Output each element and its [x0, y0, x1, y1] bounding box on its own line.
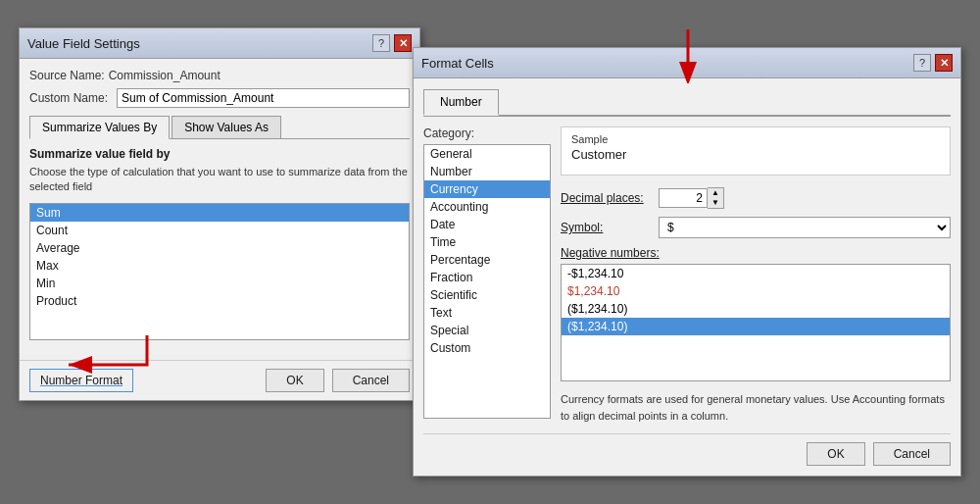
- sample-box: Sample Customer: [561, 126, 951, 176]
- sample-value: Customer: [571, 147, 940, 162]
- fc-description: Currency formats are used for general mo…: [561, 391, 951, 424]
- sample-label: Sample: [571, 133, 940, 145]
- list-item[interactable]: Max: [30, 257, 409, 275]
- value-field-settings-dialog: Value Field Settings ? ✕ Source Name: Co…: [19, 27, 420, 401]
- decimal-places-input[interactable]: [659, 188, 708, 208]
- category-date[interactable]: Date: [424, 216, 550, 233]
- settings-column: Sample Customer Decimal places: ▲ ▼ Symb…: [561, 126, 951, 424]
- source-name-row: Source Name: Commission_Amount: [29, 69, 410, 82]
- vfs-content: Source Name: Commission_Amount Custom Na…: [20, 59, 419, 350]
- tab-show-values-as[interactable]: Show Values As: [172, 116, 281, 138]
- category-scientific[interactable]: Scientific: [424, 286, 550, 304]
- fc-titlebar-controls: ? ✕: [913, 54, 953, 72]
- decimal-spin-down[interactable]: ▼: [708, 198, 723, 208]
- section-title: Summarize value field by: [29, 147, 410, 161]
- fc-title: Format Cells: [421, 56, 494, 71]
- negative-numbers-label: Negative numbers:: [561, 246, 951, 260]
- decimal-spin-up[interactable]: ▲: [708, 188, 723, 198]
- vfs-cancel-button[interactable]: Cancel: [332, 369, 410, 392]
- custom-name-row: Custom Name:: [29, 88, 410, 108]
- summarize-listbox[interactable]: Sum Count Average Max Min Product: [29, 203, 410, 340]
- fc-help-button[interactable]: ?: [913, 54, 931, 72]
- list-item[interactable]: Min: [30, 275, 409, 292]
- category-number[interactable]: Number: [424, 163, 550, 180]
- neg-item-2[interactable]: $1,234.10: [562, 282, 950, 300]
- fc-footer: OK Cancel: [423, 433, 951, 466]
- symbol-select[interactable]: $: [659, 217, 951, 238]
- neg-item-4[interactable]: ($1,234.10): [562, 318, 950, 335]
- fc-ok-button[interactable]: OK: [807, 442, 864, 466]
- tab-number[interactable]: Number: [423, 89, 499, 116]
- fc-main: Category: General Number Currency Accoun…: [423, 126, 951, 424]
- fc-close-button[interactable]: ✕: [935, 54, 953, 72]
- category-currency[interactable]: Currency: [424, 180, 550, 198]
- symbol-label: Symbol:: [561, 221, 659, 234]
- decimal-places-row: Decimal places: ▲ ▼: [561, 187, 951, 209]
- vfs-ok-button[interactable]: OK: [266, 369, 323, 392]
- vfs-action-buttons: OK Cancel: [266, 369, 410, 392]
- list-item[interactable]: Average: [30, 239, 409, 257]
- fc-content: Number Category: General Number Currency…: [414, 78, 960, 476]
- vfs-titlebar-controls: ? ✕: [372, 34, 412, 52]
- decimal-places-label: Decimal places:: [561, 191, 659, 205]
- category-special[interactable]: Special: [424, 322, 550, 339]
- fc-cancel-button[interactable]: Cancel: [873, 442, 951, 466]
- category-accounting[interactable]: Accounting: [424, 198, 550, 216]
- tab-summarize-values-by[interactable]: Summarize Values By: [29, 116, 170, 139]
- category-general[interactable]: General: [424, 145, 550, 163]
- category-text[interactable]: Text: [424, 304, 550, 322]
- list-item[interactable]: Product: [30, 292, 409, 310]
- list-item[interactable]: Sum: [30, 204, 409, 222]
- vfs-title: Value Field Settings: [27, 36, 140, 51]
- category-fraction[interactable]: Fraction: [424, 269, 550, 286]
- neg-item-3[interactable]: ($1,234.10): [562, 300, 950, 318]
- category-percentage[interactable]: Percentage: [424, 251, 550, 269]
- category-column: Category: General Number Currency Accoun…: [423, 126, 551, 424]
- source-name-value: Commission_Amount: [109, 69, 220, 82]
- symbol-row: Symbol: $: [561, 217, 951, 238]
- category-list[interactable]: General Number Currency Accounting Date …: [423, 144, 551, 419]
- neg-item-1[interactable]: -$1,234.10: [562, 265, 950, 282]
- decimal-spin-buttons: ▲ ▼: [708, 187, 724, 209]
- vfs-help-button[interactable]: ?: [372, 34, 390, 52]
- category-custom[interactable]: Custom: [424, 339, 550, 357]
- negative-numbers-list[interactable]: -$1,234.10 $1,234.10 ($1,234.10) ($1,234…: [561, 264, 951, 381]
- fc-tabs: Number: [423, 88, 951, 117]
- list-item[interactable]: Count: [30, 222, 409, 239]
- format-cells-dialog: Format Cells ? ✕ Number: [413, 47, 961, 477]
- category-time[interactable]: Time: [424, 233, 550, 251]
- vfs-close-button[interactable]: ✕: [394, 34, 412, 52]
- category-label: Category:: [423, 126, 551, 140]
- arrow-to-numberformat: [49, 330, 167, 389]
- vfs-titlebar: Value Field Settings ? ✕: [20, 28, 419, 59]
- arrow-to-dialog: [649, 25, 727, 83]
- custom-name-input[interactable]: [117, 88, 410, 108]
- section-desc: Choose the type of calculation that you …: [29, 165, 410, 195]
- custom-name-label: Custom Name:: [29, 91, 113, 105]
- vfs-tabs: Summarize Values By Show Values As: [29, 116, 410, 139]
- source-name-label: Source Name:: [29, 69, 105, 82]
